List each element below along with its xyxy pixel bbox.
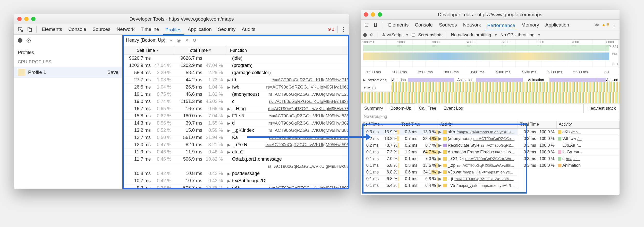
- table-row[interactable]: 0.3 ms100.0 %aKb/ma...: [518, 129, 620, 135]
- tab-timeline[interactable]: Timeline: [139, 25, 161, 33]
- tab-sources[interactable]: Sources: [90, 25, 113, 33]
- tab-memory[interactable]: Memory: [519, 21, 541, 29]
- table-row[interactable]: 11.7 ms0.46 %506.9 ms19.82 %Oda.b.port1.…: [122, 156, 349, 163]
- warning-badge[interactable]: ▲ 6: [601, 22, 609, 28]
- table-row[interactable]: 27.7 ms1.08 %44.2 ms1.73 %▶t9rs=ACT90oGq…: [122, 76, 349, 84]
- kebab-icon[interactable]: ⋮: [611, 22, 617, 28]
- grouping-dropdown[interactable]: No Grouping: [361, 113, 620, 121]
- table-row[interactable]: 15.8 ms0.62 %180.0 ms7.04 %▶F1e.Rrs=ACT9…: [122, 112, 349, 120]
- col-total-time[interactable]: Total Time: [399, 121, 438, 128]
- table-row[interactable]: 0.3 ms13.9 %0.3 ms13.9 %▶aKb/maps/_/js/k…: [361, 129, 518, 135]
- save-link[interactable]: Save: [107, 69, 118, 75]
- table-row[interactable]: 10.8 ms0.42 %10.8 ms0.42 %▶postMessage: [122, 170, 349, 177]
- titlebar[interactable]: Developer Tools - https://www.google.com…: [361, 10, 620, 20]
- table-row[interactable]: 13.2 ms0.52 %15.0 ms0.59 %▶_.gK.indexrs=…: [122, 127, 349, 134]
- profile-item[interactable]: Profile 1 Save: [14, 67, 122, 78]
- tab-call-tree[interactable]: Call Tree: [415, 104, 440, 113]
- table-row[interactable]: 0.1 ms6.8 %0.3 ms13.6 %▶_.zprs=ACT90oGqR…: [361, 162, 518, 169]
- tab-profiles[interactable]: Profiles: [163, 26, 183, 35]
- table-row[interactable]: 16.7 ms0.65 %16.7 ms0.65 %▶_.H.ogrs=ACT9…: [122, 105, 349, 112]
- tab-network[interactable]: Network: [115, 25, 137, 33]
- traffic-lights[interactable]: [364, 12, 382, 17]
- record-icon[interactable]: [18, 38, 22, 43]
- kebab-icon[interactable]: ⋮: [341, 26, 346, 33]
- view-mode[interactable]: Heavy (Bottom Up): [126, 38, 165, 43]
- table-row[interactable]: 11.9 ms0.46 %11.9 ms0.46 %▶atan2: [122, 149, 349, 156]
- col-total-time[interactable]: Total Time ▽: [174, 46, 225, 55]
- track-main[interactable]: ▼Main: [361, 85, 392, 90]
- inspect-icon[interactable]: [363, 21, 370, 29]
- table-row[interactable]: 14.3 ms0.56 %39.7 ms1.55 %▶drs=ACT90oGqR…: [122, 120, 349, 127]
- table-row[interactable]: 19.1 ms0.75 %46.6 ms1.82 %(anonymous)rs=…: [122, 91, 349, 98]
- traffic-lights[interactable]: [17, 17, 36, 21]
- tab-summary[interactable]: Summary: [361, 104, 387, 113]
- clear-icon[interactable]: ⊘: [26, 37, 31, 44]
- chevron-down-icon[interactable]: ▼: [170, 39, 173, 42]
- table-row[interactable]: 0.2 ms13.2 %0.7 ms38.4 %▶(anonymous)rs=A…: [361, 135, 518, 142]
- zoom-icon[interactable]: [31, 17, 36, 21]
- table-row[interactable]: 9626.7 ms9626.7 ms(idle): [122, 55, 349, 62]
- filter-dropdown[interactable]: JavaScript: [382, 32, 402, 38]
- more-tabs-icon[interactable]: ≫: [594, 22, 599, 28]
- device-icon[interactable]: [26, 26, 33, 33]
- tab-performance[interactable]: Performance: [485, 22, 517, 31]
- overview-strip[interactable]: 1000ms2000 ms3000 ms4000 ms5000 ms6000 m…: [361, 40, 620, 68]
- tab-application[interactable]: Application: [186, 25, 214, 33]
- table-row[interactable]: 12.7 ms0.50 %561.0 ms21.94 %Kars=ACT90oG…: [122, 134, 349, 141]
- time-ruler[interactable]: 1500 ms2000 ms2500 ms3000 ms3500 ms4000 …: [361, 68, 620, 76]
- device-icon[interactable]: [372, 21, 380, 29]
- close-icon[interactable]: [17, 17, 22, 21]
- table-row[interactable]: 0.1 ms7.0 %0.1 ms7.0 %▶_.CG.Dars=ACT90oG…: [361, 155, 518, 162]
- flame-chart[interactable]: [361, 92, 620, 103]
- table-row[interactable]: 0.1 ms6.8 %0.6 ms34.1 %▶VJb.wa/maps/_/js…: [361, 169, 518, 176]
- table-row[interactable]: 0.1 ms6.4 %0.1 ms6.4 %▶TVe/maps/_/js/k=m…: [361, 182, 518, 189]
- clear-icon[interactable]: ⊘: [370, 32, 374, 38]
- table-row[interactable]: 10.7 ms0.42 %10.7 ms0.42 %▶texSubImage2D: [122, 177, 349, 185]
- network-throttling[interactable]: No network throttling: [451, 32, 491, 38]
- col-self-time[interactable]: Self Time ▼: [122, 46, 174, 55]
- error-badge[interactable]: ⊗ 1: [327, 27, 334, 32]
- zoom-icon[interactable]: [378, 12, 382, 17]
- inspect-icon[interactable]: [17, 26, 24, 33]
- col-self-time[interactable]: Self Time ▼: [361, 121, 399, 128]
- table-row[interactable]: 0.3 ms100.0 %c/maps...: [518, 155, 620, 162]
- table-row[interactable]: 0.3 ms100.0 %LJb.Aa/...: [518, 142, 620, 149]
- tab-elements[interactable]: Elements: [386, 21, 411, 29]
- tab-sources[interactable]: Sources: [437, 21, 459, 29]
- tab-console[interactable]: Console: [66, 25, 88, 33]
- table-row[interactable]: 0.1 ms7.3 %1.2 ms64.7 %▶Animation Frame …: [361, 149, 518, 155]
- table-row[interactable]: rs=ACT90oGqRZGG...wVKUIgM95Hw:88: [122, 163, 349, 170]
- col-activity[interactable]: Activity: [557, 121, 620, 128]
- minimize-icon[interactable]: [371, 12, 375, 17]
- record-icon[interactable]: [363, 33, 367, 37]
- col-function[interactable]: Function: [225, 46, 349, 55]
- table-row[interactable]: 0.2 ms8.7 %0.2 ms8.7 %▶Recalculate Style…: [361, 142, 518, 149]
- col-total-time[interactable]: Total Time: [518, 121, 557, 128]
- table-row[interactable]: 0.3 ms100.0 %VJb.wa/...: [518, 135, 620, 142]
- table-row[interactable]: 19.0 ms0.74 %1151.3 ms45.02 %crs=ACT90oG…: [122, 98, 349, 105]
- tab-audits[interactable]: Audits: [240, 25, 257, 33]
- table-row[interactable]: 12.0 ms0.47 %82.1 ms3.21 %▶_.rYe.Rrs=ACT…: [122, 141, 349, 149]
- table-row[interactable]: 58.4 ms2.29 %58.4 ms2.29 %(garbage colle…: [122, 69, 349, 76]
- table-row[interactable]: 1202.9 ms47.04 %1202.9 ms47.04 %(program…: [122, 62, 349, 69]
- tab-network[interactable]: Network: [461, 21, 483, 29]
- tab-application[interactable]: Application: [543, 21, 571, 29]
- col-activity[interactable]: Activity: [438, 121, 518, 128]
- table-row[interactable]: 0.1 ms6.8 %0.1 ms6.8 %▶_.jirs=ACT90oGqRZ…: [361, 176, 518, 182]
- reload-icon[interactable]: ⟳: [193, 38, 197, 43]
- tab-elements[interactable]: Elements: [40, 25, 64, 33]
- tab-bottom-up[interactable]: Bottom-Up: [387, 103, 415, 113]
- tab-security[interactable]: Security: [216, 25, 238, 33]
- focus-icon[interactable]: ◉: [177, 38, 181, 43]
- close-icon[interactable]: [364, 12, 368, 17]
- titlebar[interactable]: Developer Tools - https://www.google.com…: [14, 14, 349, 24]
- cpu-throttling[interactable]: No CPU throttling: [501, 32, 535, 38]
- table-row[interactable]: 26.5 ms1.04 %26.5 ms1.04 %▶fwbrs=ACT90oG…: [122, 84, 349, 91]
- table-row[interactable]: 0.3 ms100.0 %iL.Gars=...: [518, 149, 620, 155]
- heaviest-stack-label[interactable]: Heaviest stack: [583, 104, 620, 113]
- tab-console[interactable]: Console: [413, 21, 435, 29]
- tab-event-log[interactable]: Event Log: [440, 104, 467, 113]
- minimize-icon[interactable]: [24, 17, 29, 21]
- track-interactions[interactable]: ▶Interactions: [361, 78, 392, 82]
- close-icon[interactable]: ✕: [185, 38, 189, 43]
